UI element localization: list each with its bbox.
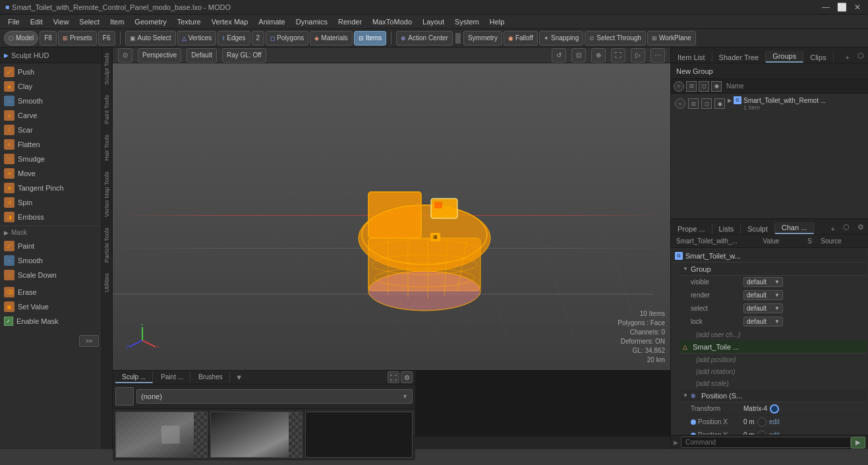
- menu-help[interactable]: Help: [484, 16, 510, 27]
- footer-expand-icon[interactable]: ⛶: [388, 371, 399, 383]
- tab-add-btn[interactable]: +: [842, 52, 854, 63]
- transform-circle-1[interactable]: [770, 404, 779, 414]
- group-row-root[interactable]: ○ ⊡ ◻ ◉ ▶ G Smart_Toilet_with_Remot ... …: [672, 95, 867, 112]
- tool-carve[interactable]: ⌀ Carve: [0, 108, 101, 123]
- tool-paint[interactable]: 🖊 Paint: [0, 239, 101, 253]
- menu-vertex map[interactable]: Vertex Map: [206, 16, 254, 27]
- vp-settings-icon[interactable]: ⊙: [118, 48, 132, 63]
- tool-set-value[interactable]: ▣ Set Value: [0, 299, 101, 314]
- menu-item[interactable]: Item: [105, 16, 129, 27]
- side-tab-vertex[interactable]: Vertex Map Tools: [102, 166, 112, 222]
- edges-num-btn[interactable]: 2: [252, 31, 265, 46]
- tab-groups[interactable]: Groups: [766, 51, 803, 63]
- menu-maxtomodo[interactable]: MaxToModo: [367, 16, 417, 27]
- vp-camera-icon[interactable]: ⊡: [571, 48, 586, 63]
- menu-system[interactable]: System: [449, 16, 484, 27]
- tab-add-prop[interactable]: +: [827, 224, 839, 234]
- thumbnail-2[interactable]: [210, 412, 303, 458]
- presets-btn[interactable]: ⊞ Presets: [58, 31, 97, 46]
- tool-flatten[interactable]: ≡ Flatten: [0, 137, 101, 152]
- ray-gl-btn[interactable]: Ray GL: Off: [222, 48, 266, 63]
- pos-x-circle[interactable]: [757, 418, 767, 427]
- tool-emboss[interactable]: ◑ Emboss: [0, 210, 101, 224]
- new-group-button[interactable]: New Group: [671, 63, 868, 79]
- menu-dynamics[interactable]: Dynamics: [291, 16, 333, 27]
- render-dropdown[interactable]: default ▼: [743, 290, 783, 300]
- lock-dropdown[interactable]: default ▼: [743, 317, 783, 326]
- side-tab-paint[interactable]: Paint Tools: [102, 90, 112, 129]
- command-go-btn[interactable]: ▶: [851, 437, 865, 449]
- perspective-btn[interactable]: Perspective: [138, 48, 181, 63]
- minimize-btn[interactable]: —: [821, 2, 831, 13]
- enable-mask-checkbox[interactable]: ✓: [4, 317, 13, 326]
- side-tab-particle[interactable]: Particle Tools: [102, 222, 112, 268]
- tool-smooth2[interactable]: ~ Smooth: [0, 253, 101, 268]
- close-btn[interactable]: ✕: [852, 2, 863, 13]
- materials-btn[interactable]: ◈ Materials: [310, 31, 353, 46]
- footer-settings-icon[interactable]: ⚙: [401, 371, 413, 383]
- tool-erase[interactable]: ⌫ Erase: [0, 285, 101, 299]
- workplane-btn[interactable]: ⊞ WorkPlane: [647, 31, 696, 46]
- tool-scar[interactable]: ⌇ Scar: [0, 123, 101, 137]
- vp-more-icon[interactable]: ⋯: [651, 48, 665, 63]
- visibility-icon-col[interactable]: ◉: [711, 81, 722, 92]
- prop-smart-header[interactable]: △ Smart_Toile ...: [680, 340, 867, 354]
- sculpt-tab[interactable]: Sculp ...: [115, 372, 153, 383]
- prop-expand-btn[interactable]: ⬡: [839, 220, 854, 234]
- menu-edit[interactable]: Edit: [25, 16, 48, 27]
- tool-push[interactable]: 🖊 Push: [0, 65, 101, 79]
- edges-btn[interactable]: ⌇ Edges: [217, 31, 250, 46]
- menu-view[interactable]: View: [48, 16, 74, 27]
- lock-icon-col[interactable]: ⊡: [686, 81, 697, 92]
- default-btn[interactable]: Default: [187, 48, 217, 63]
- thumbnail-3[interactable]: [305, 412, 413, 458]
- tool-smudge[interactable]: ⁘ Smudge: [0, 152, 101, 166]
- tool-move[interactable]: ✛ Move: [0, 166, 101, 181]
- falloff-btn[interactable]: ◉ Falloff: [504, 31, 538, 46]
- prop-group-header[interactable]: ▼ Group: [680, 263, 867, 276]
- enable-mask-item[interactable]: ✓ Enable Mask: [0, 314, 101, 328]
- side-tab-hair[interactable]: Hair Tools: [102, 129, 112, 166]
- add-user-ch-1[interactable]: (add user ch...): [685, 328, 867, 340]
- panel-expand-btn[interactable]: ⬡: [854, 48, 868, 63]
- select-dropdown[interactable]: default ▼: [743, 303, 783, 313]
- prop-settings-btn[interactable]: ⚙: [854, 220, 868, 234]
- command-input[interactable]: [681, 437, 851, 448]
- tool-spin[interactable]: ↺ Spin: [0, 195, 101, 210]
- tab-properties[interactable]: Prope ...: [671, 224, 712, 234]
- menu-layout[interactable]: Layout: [417, 16, 449, 27]
- tab-item-list[interactable]: Item List: [671, 52, 712, 63]
- prop-position-header[interactable]: ▼ ⊕ Position (S...: [680, 389, 867, 402]
- expand-btn[interactable]: >>: [79, 335, 99, 347]
- tool-smooth1[interactable]: ~ Smooth: [0, 94, 101, 108]
- add-scale[interactable]: (add scale): [685, 377, 867, 389]
- model-btn[interactable]: ⬡ Model: [4, 31, 38, 46]
- side-tab-sculpt[interactable]: Sculpt Tools: [102, 47, 112, 90]
- viewport-canvas[interactable]: ⊞ 10 Items Polygons : Face Channels: 0 D…: [113, 63, 670, 370]
- paint-tab[interactable]: Paint ...: [154, 372, 190, 383]
- menu-render[interactable]: Render: [333, 16, 367, 27]
- f8-btn[interactable]: F8: [40, 31, 57, 46]
- material-dropdown[interactable]: (none) ▼: [136, 389, 413, 404]
- add-rotation[interactable]: (add rotation): [685, 365, 867, 377]
- tool-clay[interactable]: ◈ Clay: [0, 79, 101, 94]
- symmetry-btn[interactable]: Symmetry: [463, 31, 502, 46]
- action-center-btn[interactable]: ⊕ Action Center: [396, 31, 453, 46]
- tool-tangent-pinch[interactable]: ⊗ Tangent Pinch: [0, 181, 101, 195]
- tab-sculpt[interactable]: Sculpt: [741, 224, 775, 234]
- f6-btn[interactable]: F6: [98, 31, 115, 46]
- tab-lists[interactable]: Lists: [712, 224, 741, 234]
- tab-shader-tree[interactable]: Shader Tree: [712, 52, 767, 63]
- polygons-btn[interactable]: ◻ Polygons: [266, 31, 308, 46]
- add-position[interactable]: (add position): [685, 354, 867, 365]
- brushes-tab[interactable]: Brushes: [192, 372, 230, 383]
- vp-zoom-icon[interactable]: ⊕: [591, 48, 606, 63]
- vp-rotate-icon[interactable]: ↺: [552, 48, 566, 63]
- vp-expand-icon[interactable]: ▷: [631, 48, 645, 63]
- snapping-btn[interactable]: ✦ Snapping: [539, 31, 583, 46]
- pos-x-edit[interactable]: edit: [769, 418, 780, 425]
- vp-fullscreen-icon[interactable]: ⛶: [611, 48, 625, 63]
- tab-channels[interactable]: Chan ...: [775, 222, 815, 234]
- render-icon-col[interactable]: ◻: [699, 81, 709, 92]
- maximize-btn[interactable]: ⬜: [836, 2, 847, 13]
